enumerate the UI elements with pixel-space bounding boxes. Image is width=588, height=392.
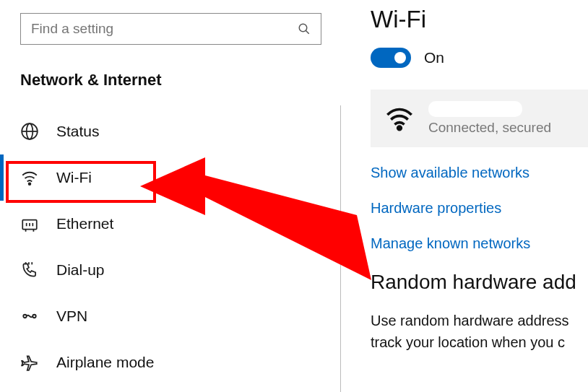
page-title: Wi-Fi <box>371 6 588 33</box>
wifi-signal-icon <box>385 104 414 133</box>
sidebar-label-status: Status <box>56 123 100 140</box>
main-panel: Wi-Fi On Connected, secured Show availab… <box>342 0 588 392</box>
svg-line-1 <box>306 30 309 34</box>
sidebar-item-wifi[interactable]: Wi-Fi <box>0 154 342 201</box>
svg-point-5 <box>29 183 31 185</box>
sidebar-item-dialup[interactable]: Dial-up <box>0 247 342 293</box>
link-show-available[interactable]: Show available networks <box>371 165 588 181</box>
sidebar-label-dialup: Dial-up <box>56 261 105 279</box>
svg-point-17 <box>398 126 402 130</box>
connection-name-redacted <box>428 101 522 117</box>
svg-point-0 <box>299 24 307 32</box>
airplane-icon <box>20 353 39 372</box>
sidebar-label-vpn: VPN <box>56 308 87 325</box>
connection-status: Connected, secured <box>428 120 551 136</box>
vertical-divider <box>340 105 341 392</box>
link-manage-known[interactable]: Manage known networks <box>371 235 588 252</box>
sidebar-item-status[interactable]: Status <box>0 108 342 154</box>
search-icon <box>298 22 311 35</box>
sidebar-item-vpn[interactable]: VPN <box>0 293 342 339</box>
section-title: Network & Internet <box>20 71 342 90</box>
random-hardware-text-1: Use random hardware address <box>371 310 588 331</box>
connection-card[interactable]: Connected, secured <box>371 90 588 147</box>
sidebar-label-airplane: Airplane mode <box>56 354 154 371</box>
random-hardware-heading: Random hardware add <box>371 271 588 294</box>
sidebar-label-wifi: Wi-Fi <box>56 169 92 186</box>
random-hardware-text-2: track your location when you c <box>371 331 588 353</box>
sidebar-item-airplane[interactable]: Airplane mode <box>0 339 342 386</box>
link-hardware-properties[interactable]: Hardware properties <box>371 200 588 217</box>
sidebar-item-ethernet[interactable]: Ethernet <box>0 201 342 247</box>
search-input[interactable] <box>31 21 298 37</box>
sidebar: Network & Internet Status Wi-Fi Ethernet… <box>0 0 342 392</box>
svg-point-15 <box>23 315 26 318</box>
globe-icon <box>20 122 39 141</box>
wifi-toggle[interactable] <box>371 48 411 68</box>
wifi-toggle-label: On <box>424 49 444 66</box>
vpn-icon <box>20 307 39 326</box>
ethernet-icon <box>20 214 39 233</box>
search-box[interactable] <box>20 13 321 45</box>
svg-point-16 <box>33 315 35 318</box>
phone-icon <box>20 261 39 279</box>
sidebar-label-ethernet: Ethernet <box>56 215 113 232</box>
wifi-icon <box>20 168 39 187</box>
